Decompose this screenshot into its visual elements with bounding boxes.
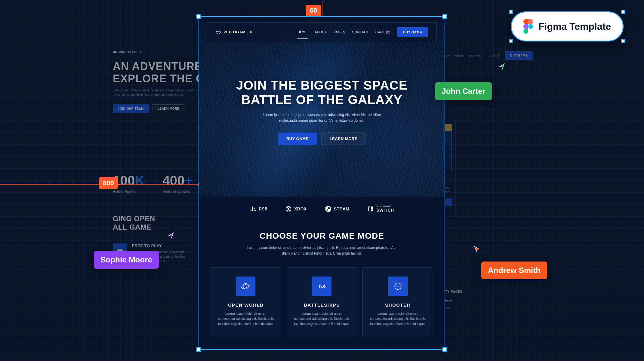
- resize-handle-tl[interactable]: [509, 10, 513, 14]
- brand-text: VIDEOGAME X: [223, 30, 252, 34]
- figma-logo-icon: [523, 19, 533, 34]
- user-label-sophie: Sophie Moore: [94, 251, 159, 269]
- hero-title-l2: BATTLE OF THE GALAXY: [242, 93, 402, 107]
- brand: VIDEOGAME X: [113, 50, 142, 54]
- nav-pages[interactable]: PAGES: [454, 54, 464, 57]
- nav-home[interactable]: HOME: [297, 30, 308, 39]
- figma-template-pill[interactable]: Figma Template: [511, 12, 623, 41]
- measurement-badge-60: 60: [306, 5, 321, 16]
- figma-template-label: Figma Template: [538, 21, 611, 32]
- cursor-john: [498, 63, 506, 72]
- bg-subhead-l2: ALL GAME: [113, 223, 152, 231]
- stat-label: Hours of Content: [162, 189, 192, 194]
- learn-more-button[interactable]: LEARN MORE: [322, 133, 365, 145]
- buy-game-button[interactable]: BUY GAME: [505, 51, 533, 60]
- resize-handle-bl[interactable]: [196, 347, 201, 352]
- resize-handle-br[interactable]: [442, 347, 447, 352]
- resize-handle-tr[interactable]: [621, 10, 625, 14]
- resize-handle-tr[interactable]: [442, 14, 447, 19]
- hero-title: JOIN THE BIGGEST SPACE BATTLE OF THE GAL…: [199, 78, 445, 107]
- nav-pages[interactable]: PAGES: [333, 30, 345, 34]
- learn-more-button[interactable]: LEARN MORE: [153, 104, 184, 113]
- bg-subhead-l1: GING OPEN: [113, 215, 155, 223]
- stat-num: 400: [162, 173, 184, 188]
- hero-title-l1: JOIN THE BIGGEST SPACE: [236, 78, 408, 92]
- measurement-guide-vertical: [322, 1, 322, 16]
- cursor-sophie: [167, 231, 175, 240]
- hero-subtitle: Lorem ipsum dolor sit amet, consectetur …: [257, 112, 387, 124]
- main-nav: VIDEOGAME X HOME ABOUT PAGES CONTACT CAR…: [207, 22, 437, 42]
- nav-contact[interactable]: CONTACT: [469, 54, 483, 57]
- nav-cart[interactable]: CART (3): [488, 54, 501, 57]
- resize-handle-br[interactable]: [621, 39, 625, 43]
- nav-contact[interactable]: CONTACT: [352, 30, 369, 34]
- brand[interactable]: VIDEOGAME X: [216, 29, 252, 35]
- svg-point-22: [528, 24, 533, 29]
- hero-content: JOIN THE BIGGEST SPACE BATTLE OF THE GAL…: [199, 42, 445, 145]
- stat-suffix: +: [185, 173, 193, 188]
- brand-text: VIDEOGAME X: [119, 50, 142, 54]
- join-team-button[interactable]: JOIN OUR TEAM: [113, 104, 149, 113]
- buy-game-button[interactable]: BUY GAME: [278, 133, 317, 145]
- buy-game-button[interactable]: BUY GAME: [397, 27, 428, 37]
- stat-hours: 400+ Hours of Content: [162, 173, 192, 194]
- user-label-john: John Carter: [435, 82, 492, 100]
- controller-icon: [216, 29, 221, 35]
- controller-icon: [113, 50, 117, 54]
- stat-suffix: K: [135, 173, 144, 188]
- stat-label: Active Players: [113, 189, 144, 194]
- card-title: FREE TO PLAY: [132, 243, 198, 248]
- user-label-andrew: Andrew Smith: [481, 262, 547, 279]
- nav-about[interactable]: ABOUT: [315, 30, 327, 34]
- nav-cart[interactable]: CART (3): [375, 30, 390, 34]
- measurement-badge-800: 800: [99, 177, 118, 189]
- resize-handle-bl[interactable]: [509, 39, 513, 43]
- resize-handle-tl[interactable]: [196, 14, 201, 19]
- cursor-andrew: [473, 245, 481, 254]
- nav-links: HOME ABOUT PAGES CONTACT CART (3) BUY GA…: [297, 27, 428, 37]
